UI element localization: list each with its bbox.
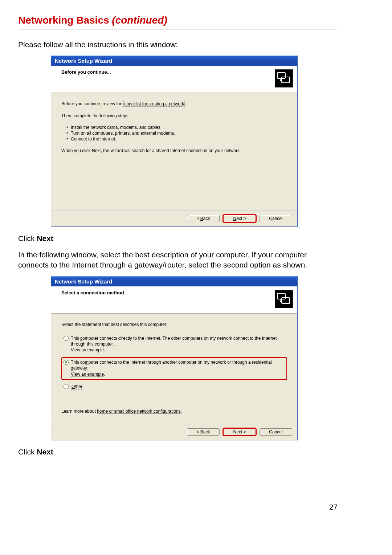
learn-more-link[interactable]: home or small office network configurati…	[97, 409, 181, 414]
radio-icon	[64, 384, 69, 389]
wizard-dialog-2: Network Setup Wizard Select a connection…	[51, 276, 298, 441]
focus-rect: Other	[71, 384, 83, 389]
text-fragment: .	[185, 101, 186, 106]
radio-label: This computer connects to the Internet t…	[71, 359, 285, 377]
wizard-heading: Select a connection method.	[61, 290, 275, 295]
intro-text: Please follow all the instructions in th…	[18, 40, 338, 50]
list-item: Install the network cards, modems, and c…	[66, 125, 287, 130]
back-button[interactable]: < Back	[187, 215, 220, 222]
network-icon	[275, 290, 293, 308]
click-next-1: Click Next	[18, 233, 338, 244]
text-bold: Next	[37, 234, 53, 242]
text-fragment: This	[71, 336, 80, 341]
radio-label: This computer connects directly to the I…	[71, 335, 285, 353]
text-fragment: Before you continue, review the	[61, 101, 123, 106]
mid-paragraph: In the following window, select the best…	[18, 250, 338, 270]
cancel-button[interactable]: Cancel	[260, 428, 292, 436]
radio-option-gateway[interactable]: This computer connects to the Internet t…	[61, 357, 287, 380]
titlebar: Network Setup Wizard	[51, 276, 297, 286]
list-item: Connect to the Internet.	[66, 136, 287, 142]
radio-option-direct[interactable]: This computer connects directly to the I…	[61, 333, 287, 356]
text-fragment: Click	[18, 448, 37, 456]
text-fragment: O	[72, 384, 75, 389]
text-fragment: omputer connects directly to the Interne…	[71, 336, 277, 347]
text-fragment: Learn more about	[61, 409, 97, 414]
text-fragment: puter connects to the Internet through a…	[71, 360, 272, 371]
text-fragment: ther	[75, 384, 82, 389]
list-item: Turn on all computers, printers, and ext…	[66, 130, 287, 136]
page-number: 27	[329, 503, 338, 511]
text-fragment: <	[196, 216, 200, 221]
text-fragment: B	[200, 429, 203, 434]
network-icon	[275, 69, 293, 87]
radio-icon	[64, 336, 69, 341]
text-fragment: N	[233, 216, 236, 221]
text-fragment: ext >	[236, 429, 246, 434]
titlebar: Network Setup Wizard	[51, 56, 297, 66]
view-example-link[interactable]: View an example	[71, 372, 104, 377]
next-info: When you click Next, the wizard will sea…	[61, 148, 287, 154]
button-row: < Back Next > Cancel	[51, 210, 297, 227]
next-button[interactable]: Next >	[223, 215, 256, 222]
wizard-content: Before you continue, review the checklis…	[51, 93, 297, 210]
checklist-link[interactable]: checklist for creating a network	[123, 101, 185, 107]
text-fragment: ext >	[236, 216, 246, 221]
text-fragment: Click	[18, 234, 37, 242]
click-next-2: Click Next	[18, 447, 338, 457]
text-bold: Next	[37, 448, 53, 456]
title-main: Networking Basics	[18, 15, 112, 26]
text-fragment: m	[85, 360, 89, 365]
button-row: < Back Next > Cancel	[51, 424, 297, 440]
cancel-button[interactable]: Cancel	[260, 215, 292, 222]
text-fragment: ack	[203, 216, 210, 221]
back-button[interactable]: < Back	[187, 428, 220, 436]
review-line: Before you continue, review the checklis…	[61, 101, 287, 107]
text-fragment: <	[196, 429, 200, 434]
text-fragment: B	[200, 216, 203, 221]
next-button[interactable]: Next >	[223, 428, 256, 436]
page-title: Networking Basics (continued)	[18, 15, 338, 26]
header-band: Before you continue...	[51, 66, 297, 93]
title-suffix: (continued)	[112, 15, 167, 26]
header-band: Select a connection method.	[51, 286, 297, 314]
wizard-heading: Before you continue...	[61, 69, 275, 75]
steps-intro: Then, complete the following steps:	[61, 113, 287, 119]
select-prompt: Select the statement that best describes…	[61, 322, 287, 327]
steps-list: Install the network cards, modems, and c…	[66, 125, 287, 142]
radio-icon	[64, 360, 69, 365]
learn-more: Learn more about home or small office ne…	[61, 408, 287, 414]
radio-label: Other	[71, 384, 285, 389]
wizard-content: Select the statement that best describes…	[51, 314, 297, 424]
title-underline	[18, 29, 338, 29]
text-fragment: ack	[203, 429, 210, 434]
view-example-link[interactable]: View an example	[71, 347, 104, 352]
text-fragment: .	[181, 409, 182, 414]
text-fragment: N	[233, 429, 236, 434]
text-fragment: This co	[71, 360, 85, 365]
radio-option-other[interactable]: Other	[61, 381, 287, 392]
wizard-dialog-1: Network Setup Wizard Before you continue…	[51, 56, 298, 227]
